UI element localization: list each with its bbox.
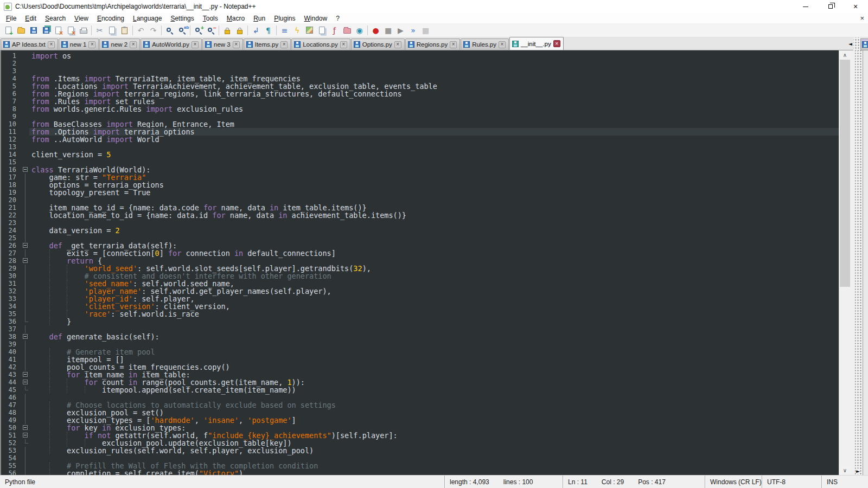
tab-close-icon[interactable]: × — [233, 41, 240, 48]
code-line[interactable]: 35 'race': self.world.is_race — [1, 310, 839, 318]
code-line[interactable]: 20 — [1, 196, 839, 204]
macro-run-multiple-icon[interactable]: » — [407, 24, 419, 37]
show-all-characters-icon[interactable]: ¶ — [262, 24, 275, 37]
scroll-down-icon[interactable]: ∨ — [839, 466, 851, 475]
code-line[interactable]: 56 completion = self.create_item("Victor… — [1, 470, 839, 475]
fold-collapse-icon[interactable] — [21, 333, 29, 341]
tab-close-icon[interactable]: × — [130, 41, 137, 48]
code-line[interactable]: 16class TerrariaWorld(World): — [1, 166, 839, 174]
tab-close-icon[interactable]: × — [499, 41, 506, 48]
open-file-icon[interactable] — [15, 24, 27, 37]
code-line[interactable]: 31 'seed_name': self.world.seed_name, — [1, 280, 839, 287]
menu-item-file[interactable]: File — [2, 14, 21, 23]
code-line[interactable]: 44 for count in range(pool_counts.get(it… — [1, 378, 839, 386]
code-line[interactable]: 12from ..AutoWorld import World — [1, 136, 839, 143]
code-line[interactable]: 49 exclusion_types = ['hardmode', 'insan… — [1, 416, 839, 424]
code-line[interactable]: 22 location_name_to_id = {name: data.id … — [1, 211, 839, 219]
close-all-icon[interactable] — [65, 24, 77, 37]
tab-close-icon[interactable]: × — [280, 41, 288, 48]
tab-close-icon[interactable]: × — [88, 41, 95, 48]
tab-close-icon[interactable]: × — [394, 41, 401, 48]
undo-icon[interactable]: ↶ — [135, 24, 147, 37]
save-icon[interactable] — [27, 24, 40, 37]
vertical-scrollbar[interactable]: ∧ ∨ — [839, 50, 851, 475]
menu-item-encoding[interactable]: Encoding — [93, 14, 129, 23]
code-line[interactable]: 6from .Regions import terraria_regions, … — [1, 90, 839, 98]
tab-locations-py[interactable]: Locations.py× — [291, 38, 350, 50]
dock-grip-icon[interactable] — [853, 37, 860, 50]
tab-new-2[interactable]: new 2× — [99, 38, 140, 50]
tab-ap-ideas-txt[interactable]: AP Ideas.txt× — [1, 38, 58, 50]
code-line[interactable]: 38 def generate_basic(self): — [1, 333, 839, 341]
word-wrap-icon[interactable]: ↲ — [250, 24, 262, 37]
code-line[interactable]: 2 — [1, 60, 839, 67]
close-button[interactable]: × — [843, 0, 868, 13]
code-line[interactable]: 52 exclusion_pool.update(exclusion_table… — [1, 439, 839, 447]
code-area[interactable]: 1import os234from .Items import Terraria… — [0, 50, 839, 475]
redo-icon[interactable]: ↷ — [147, 24, 159, 37]
sync-vertical-scroll-icon[interactable] — [221, 24, 233, 37]
fold-collapse-icon[interactable] — [21, 371, 29, 378]
code-line[interactable]: 28 return { — [1, 257, 839, 265]
code-line[interactable]: 25 — [1, 234, 839, 242]
tab-close-icon[interactable]: × — [450, 41, 457, 48]
save-all-icon[interactable] — [40, 24, 52, 37]
tab-scroll-left-icon[interactable]: ◄ — [847, 41, 853, 47]
code-line[interactable]: 9 — [1, 113, 839, 120]
macro-save-icon[interactable]: ▦ — [419, 24, 432, 37]
code-line[interactable]: 48 exclusion_pool = set() — [1, 409, 839, 416]
code-line[interactable]: 46 — [1, 394, 839, 401]
tab-autoworld-py[interactable]: AutoWorld.py× — [141, 38, 202, 50]
code-line[interactable]: 1import os — [1, 52, 839, 60]
second-view-tab-fragment[interactable] — [860, 38, 868, 50]
code-line[interactable]: 47 # Choose locations to automatically e… — [1, 401, 839, 409]
minimize-button[interactable] — [793, 0, 818, 13]
code-line[interactable]: 7from .Rules import set_rules — [1, 98, 839, 105]
macro-play-icon[interactable]: ▶ — [394, 24, 407, 37]
scrollbar-track[interactable] — [839, 60, 851, 466]
macro-record-icon[interactable]: ● — [369, 24, 382, 37]
function-list-icon[interactable]: ƒ — [328, 24, 341, 37]
code-line[interactable]: 11from .Options import terraria_options — [1, 128, 839, 136]
tab-close-icon[interactable]: × — [553, 40, 560, 47]
fold-collapse-icon[interactable] — [21, 257, 29, 265]
code-line[interactable]: 41 itempool = [] — [1, 356, 839, 363]
code-line[interactable]: 53 exclusion_rules(self.world, self.play… — [1, 447, 839, 454]
sync-horizontal-scroll-icon[interactable] — [233, 24, 246, 37]
zoom-out-icon[interactable] — [205, 24, 217, 37]
fold-collapse-icon[interactable] — [21, 432, 29, 439]
code-line[interactable]: 19 topology_present = True — [1, 189, 839, 196]
cut-icon[interactable]: ✂ — [93, 24, 106, 37]
menu-item-run[interactable]: Run — [249, 14, 270, 23]
menu-item-view[interactable]: View — [70, 14, 93, 23]
close-icon[interactable] — [52, 24, 65, 37]
code-line[interactable]: 24 data_version = 2 — [1, 227, 839, 234]
menu-item-search[interactable]: Search — [41, 14, 70, 23]
code-line[interactable]: 42 pool_counts = item_frequencies.copy() — [1, 363, 839, 371]
code-line[interactable]: 33 'player_id': self.player, — [1, 295, 839, 303]
paste-icon[interactable] — [118, 24, 131, 37]
tab-new-3[interactable]: new 3× — [202, 38, 243, 50]
fold-collapse-icon[interactable] — [21, 242, 29, 249]
code-line[interactable]: 36 } — [1, 318, 839, 325]
code-line[interactable]: 34 'client_version': client_version, — [1, 303, 839, 310]
code-line[interactable]: 40 # Generate item pool — [1, 348, 839, 356]
code-line[interactable]: 21 item_name_to_id = {name: data.code fo… — [1, 204, 839, 211]
code-line[interactable]: 30 # consistent and doesn't interfere wi… — [1, 272, 839, 280]
document-list-icon[interactable] — [316, 24, 328, 37]
find-icon[interactable] — [163, 24, 176, 37]
menu-item-settings[interactable]: Settings — [166, 14, 198, 23]
code-line[interactable]: 23 — [1, 219, 839, 227]
tab-options-py[interactable]: Options.py× — [351, 38, 405, 50]
monitoring-icon[interactable]: ◉ — [353, 24, 366, 37]
indent-guide-icon[interactable]: ≡ — [278, 24, 291, 37]
menu-item-window[interactable]: Window — [300, 14, 332, 23]
code-line[interactable]: 27 exits = [connection[0] for connection… — [1, 249, 839, 257]
macro-stop-icon[interactable]: ■ — [382, 24, 394, 37]
code-line[interactable]: 50 for key in exclusion_types: — [1, 424, 839, 432]
menu-item-language[interactable]: Language — [129, 14, 166, 23]
code-line[interactable]: 13 — [1, 143, 839, 151]
menu-item-[interactable]: ? — [331, 14, 344, 23]
scroll-up-icon[interactable]: ∧ — [839, 50, 851, 60]
code-line[interactable]: 39 — [1, 341, 839, 348]
